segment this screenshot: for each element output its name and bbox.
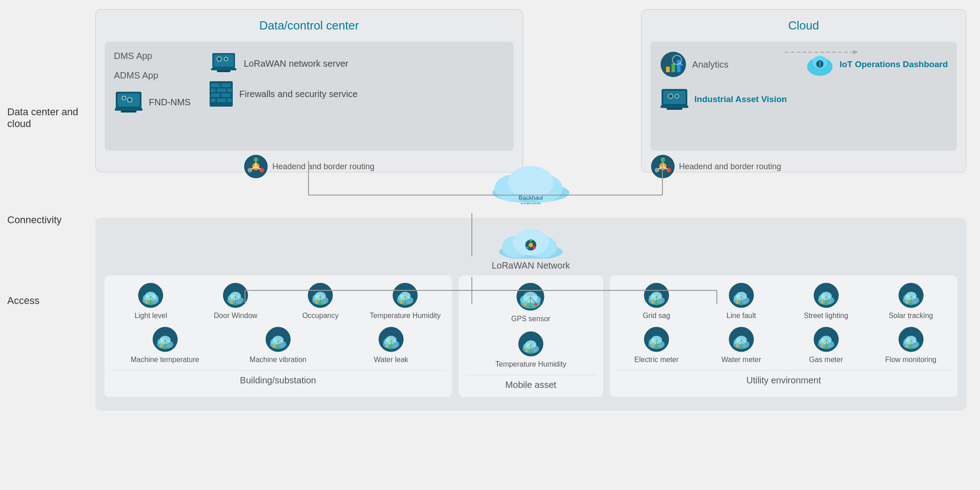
lorawan-cloud-container: LoRaWAN Network (492, 227, 570, 271)
lorawan-item: LoRaWAN network server (209, 51, 358, 76)
cloud-inner: Analytics (651, 42, 957, 151)
svg-text:network: network (520, 201, 541, 204)
svg-rect-22 (214, 54, 234, 67)
label-door-window: Door Window (214, 311, 257, 321)
svg-rect-20 (121, 111, 137, 113)
svg-point-107 (234, 303, 237, 305)
cloud-box: Cloud Analyti (641, 9, 966, 172)
svg-point-16 (122, 97, 125, 99)
svg-point-219 (914, 301, 916, 304)
industrial-laptop-icon (660, 87, 689, 112)
svg-point-126 (400, 301, 402, 304)
svg-point-118 (323, 301, 326, 304)
backhaul-spacer (537, 9, 627, 172)
building-row1: Light level (111, 282, 445, 321)
svg-point-18 (128, 98, 132, 102)
svg-point-97 (149, 303, 152, 305)
svg-point-24 (217, 57, 221, 61)
label-water-meter: Water meter (721, 355, 761, 365)
sensor-icon-door-window (222, 282, 249, 309)
svg-point-89 (533, 246, 536, 249)
svg-point-249 (829, 345, 832, 348)
svg-point-218 (910, 303, 912, 305)
svg-point-239 (744, 345, 747, 348)
label-connectivity: Connectivity (0, 191, 91, 250)
svg-point-248 (825, 347, 828, 349)
analytics-label: Analytics (692, 59, 729, 70)
svg-rect-61 (663, 91, 686, 104)
svg-point-87 (529, 243, 533, 247)
svg-point-167 (524, 303, 527, 306)
lorawan-cloud (495, 227, 567, 259)
firewall-icon (209, 80, 234, 108)
svg-rect-50 (671, 64, 675, 72)
sensor-icon-flow-monitoring (898, 326, 924, 353)
building-row2: Machine temperature (111, 326, 445, 365)
svg-rect-27 (211, 68, 236, 70)
svg-point-26 (225, 58, 227, 60)
label-access: Access (0, 250, 91, 458)
industrial-label: Industrial Asset Vision (695, 94, 787, 105)
svg-point-198 (740, 303, 743, 305)
analytics-row: Analytics (660, 51, 948, 78)
label-street-lighting: Street lighting (804, 311, 848, 321)
svg-point-199 (744, 301, 747, 304)
svg-point-208 (825, 303, 828, 305)
svg-point-136 (160, 345, 162, 348)
sensor-water-meter: Water meter (701, 326, 781, 365)
svg-point-169 (534, 303, 538, 306)
sensor-temp-humidity-1: Temperature Humidity (366, 282, 445, 321)
svg-point-148 (281, 345, 284, 348)
svg-rect-34 (227, 88, 232, 92)
svg-rect-66 (661, 105, 688, 108)
svg-point-128 (408, 301, 411, 304)
svg-point-209 (829, 301, 832, 304)
svg-point-178 (529, 351, 532, 354)
fnd-nms-item: FND-NMS (114, 90, 191, 115)
sensor-grid-sag: Grid sag (617, 282, 696, 321)
svg-point-146 (273, 345, 275, 348)
svg-rect-49 (666, 67, 670, 72)
building-substation-label: Building/substation (111, 370, 445, 386)
svg-rect-36 (221, 93, 230, 97)
svg-rect-30 (211, 83, 220, 87)
svg-point-90 (526, 246, 529, 249)
dms-app-label: DMS App (114, 51, 191, 61)
sensor-occupancy: Occupancy (281, 282, 360, 321)
svg-rect-33 (217, 88, 226, 92)
mobile-asset-label: Mobile asset (466, 375, 597, 390)
sensor-street-lighting: Street lighting (786, 282, 866, 321)
datacenter-title: Data/control center (105, 19, 514, 33)
label-solar-tracking: Solar tracking (889, 311, 933, 321)
left-labels: Data center and cloud Connectivity Acces… (0, 0, 91, 490)
adms-app-label: ADMS App (114, 70, 191, 81)
utility-row1: Grid sag (617, 282, 951, 321)
sensor-icon-water-meter (728, 326, 755, 353)
svg-point-258 (910, 347, 912, 349)
sensor-temp-humidity-mobile: Temperature Humidity (495, 331, 567, 369)
svg-point-257 (906, 345, 908, 348)
sensor-electric-meter: Electric meter (617, 326, 696, 365)
svg-point-229 (659, 345, 662, 348)
svg-point-157 (390, 347, 392, 349)
label-machine-temp: Machine temperature (131, 355, 199, 365)
svg-rect-51 (677, 60, 681, 72)
sensor-icon-gps (516, 282, 545, 312)
svg-point-237 (736, 345, 739, 348)
svg-rect-32 (211, 88, 216, 92)
svg-point-137 (164, 347, 167, 349)
svg-point-177 (525, 349, 528, 352)
svg-text:Backhaul: Backhaul (519, 194, 543, 201)
svg-point-189 (659, 301, 662, 304)
access-groups: Light level (104, 275, 957, 397)
svg-rect-19 (115, 108, 142, 111)
svg-point-63 (669, 94, 672, 98)
sensor-icon-machine-vib (265, 326, 291, 353)
svg-point-147 (277, 347, 279, 349)
svg-point-96 (145, 301, 148, 304)
laptop-icon (114, 90, 143, 115)
label-light-level: Light level (134, 311, 167, 321)
lorawan-server-label: LoRaWAN network server (244, 58, 348, 69)
svg-point-88 (529, 239, 532, 242)
top-section: Data/control center DMS App ADMS App (95, 9, 966, 172)
